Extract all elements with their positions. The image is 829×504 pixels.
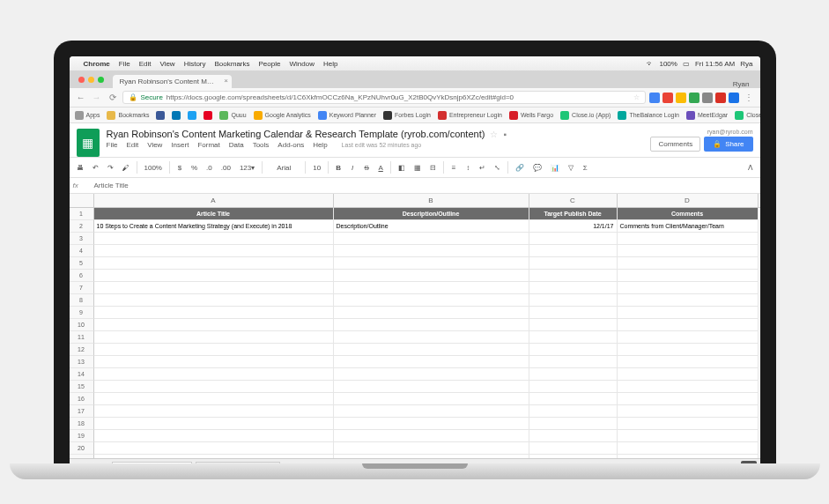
- cell[interactable]: [529, 307, 618, 319]
- doc-title[interactable]: Ryan Robinson's Content Marketing Calend…: [107, 129, 485, 139]
- decimal-dec-icon[interactable]: .0: [203, 162, 216, 174]
- cell[interactable]: [618, 442, 759, 455]
- extension-icon[interactable]: [729, 93, 739, 103]
- clock[interactable]: Fri 11:56 AM: [695, 60, 735, 68]
- cell[interactable]: [334, 257, 529, 270]
- row-header[interactable]: 4: [70, 245, 94, 257]
- text-color-icon[interactable]: A: [374, 162, 387, 174]
- cell[interactable]: [529, 331, 618, 344]
- sheets-logo-icon[interactable]: ▦: [77, 129, 100, 157]
- menu-data[interactable]: Data: [229, 141, 244, 149]
- print-icon[interactable]: 🖶: [73, 162, 87, 174]
- cell[interactable]: [94, 270, 334, 282]
- font-size-select[interactable]: 10: [309, 162, 324, 174]
- borders-icon[interactable]: ▦: [411, 162, 425, 174]
- row-header[interactable]: 14: [70, 368, 94, 381]
- extension-icon[interactable]: [689, 93, 699, 103]
- cell[interactable]: [94, 257, 334, 270]
- cell[interactable]: [618, 319, 759, 331]
- col-header-a[interactable]: A: [94, 194, 334, 207]
- cell[interactable]: [529, 442, 618, 455]
- cell[interactable]: [94, 418, 334, 430]
- browser-tab[interactable]: Ryan Robinson's Content M… ×: [113, 75, 232, 88]
- row-header[interactable]: 19: [70, 430, 94, 442]
- cell[interactable]: [334, 331, 529, 344]
- row-header[interactable]: 5: [70, 257, 94, 270]
- cell[interactable]: [334, 344, 529, 356]
- address-bar[interactable]: 🔒 Secure https://docs.google.com/spreads…: [122, 91, 646, 104]
- cell[interactable]: Description/Outline: [334, 220, 529, 233]
- bold-icon[interactable]: B: [332, 162, 344, 174]
- cell[interactable]: [618, 245, 759, 257]
- cell[interactable]: [334, 368, 529, 381]
- cell[interactable]: Comments: [618, 208, 759, 220]
- select-all-corner[interactable]: [70, 194, 94, 207]
- menu-bookmarks[interactable]: Bookmarks: [215, 60, 250, 68]
- close-window-icon[interactable]: [78, 77, 85, 83]
- cell[interactable]: [618, 294, 759, 307]
- bookmark-forbes[interactable]: Forbes Login: [383, 111, 431, 120]
- row-header[interactable]: 9: [70, 307, 94, 319]
- cell[interactable]: [334, 294, 529, 307]
- row-header[interactable]: 6: [70, 270, 94, 282]
- extension-icon[interactable]: [702, 93, 713, 103]
- cell[interactable]: [618, 405, 759, 418]
- cell[interactable]: [529, 356, 618, 368]
- bookmark-folder[interactable]: Bookmarks: [107, 111, 149, 120]
- row-header[interactable]: 10: [70, 319, 94, 331]
- cell[interactable]: [94, 356, 334, 368]
- reload-icon[interactable]: ⟳: [107, 92, 119, 104]
- bookmark-wellsfargo[interactable]: Wells Fargo: [509, 111, 553, 120]
- back-icon[interactable]: ←: [75, 92, 87, 104]
- cell[interactable]: [94, 393, 334, 405]
- star-icon[interactable]: ☆: [633, 93, 640, 101]
- menu-edit[interactable]: Edit: [126, 141, 138, 149]
- cell[interactable]: [618, 430, 759, 442]
- cell[interactable]: [334, 418, 529, 430]
- cell[interactable]: [94, 307, 334, 319]
- cell[interactable]: [94, 294, 334, 307]
- col-header-d[interactable]: D: [618, 194, 759, 207]
- cell[interactable]: [94, 455, 334, 458]
- cell[interactable]: [529, 405, 618, 418]
- row-header[interactable]: 8: [70, 294, 94, 307]
- cell[interactable]: [334, 430, 529, 442]
- menu-window[interactable]: Window: [289, 60, 314, 68]
- menu-edit[interactable]: Edit: [139, 60, 152, 68]
- currency-icon[interactable]: $: [174, 162, 186, 174]
- cell[interactable]: [618, 368, 759, 381]
- percent-icon[interactable]: %: [188, 162, 201, 174]
- row-header[interactable]: 16: [70, 393, 94, 405]
- bookmark-item[interactable]: [188, 111, 196, 120]
- cell[interactable]: Target Publish Date: [529, 208, 618, 220]
- cell[interactable]: [529, 344, 618, 356]
- rotate-icon[interactable]: ⤡: [491, 162, 504, 174]
- font-select[interactable]: Arial: [266, 162, 301, 174]
- menu-people[interactable]: People: [259, 60, 281, 68]
- cell[interactable]: [618, 381, 759, 393]
- row-header[interactable]: 11: [70, 331, 94, 344]
- close-tab-icon[interactable]: ×: [224, 77, 228, 85]
- row-header[interactable]: 1: [70, 208, 94, 220]
- row-header[interactable]: 2: [70, 220, 94, 233]
- menu-file[interactable]: File: [119, 60, 130, 68]
- cell[interactable]: [618, 257, 759, 270]
- cell[interactable]: [334, 381, 529, 393]
- cell[interactable]: [334, 233, 529, 245]
- wrap-icon[interactable]: ↵: [476, 162, 489, 174]
- bookmark-item[interactable]: [204, 111, 212, 120]
- cell[interactable]: Comments from Client/Manager/Team: [618, 220, 759, 233]
- share-button[interactable]: 🔒 Share: [704, 137, 752, 152]
- spreadsheet-grid[interactable]: A B C D 1 Article Title Description/Outl…: [70, 194, 760, 458]
- star-icon[interactable]: ☆: [490, 130, 498, 139]
- cell[interactable]: [529, 393, 618, 405]
- cell[interactable]: [334, 356, 529, 368]
- zoom-select[interactable]: 100%: [141, 162, 166, 174]
- menu-tools[interactable]: Tools: [253, 141, 270, 149]
- bookmark-quuu[interactable]: Quuu: [219, 111, 246, 120]
- cell[interactable]: [529, 430, 618, 442]
- cell[interactable]: [618, 455, 759, 458]
- row-header[interactable]: 12: [70, 344, 94, 356]
- cell[interactable]: [94, 430, 334, 442]
- cell[interactable]: [529, 368, 618, 381]
